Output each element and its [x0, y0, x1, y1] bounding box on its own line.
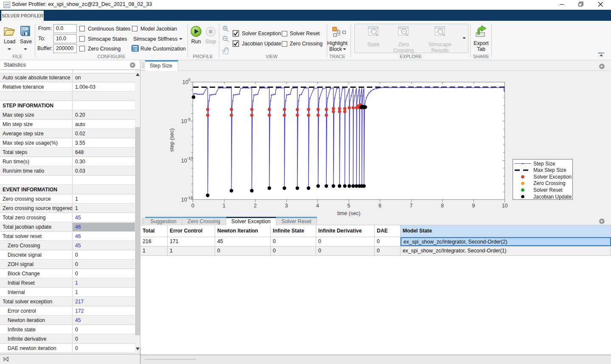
svg-text:3: 3: [285, 203, 288, 209]
svg-text:10: 10: [181, 197, 187, 203]
svg-text:Solver Exception: Solver Exception: [533, 174, 572, 180]
svg-text:0: 0: [188, 77, 191, 82]
svg-text:Max Step Size: Max Step Size: [533, 167, 566, 173]
svg-text:2: 2: [254, 203, 257, 209]
svg-text:4: 4: [316, 203, 319, 209]
svg-text:10: 10: [502, 203, 508, 209]
svg-text:Jacobian Update: Jacobian Update: [533, 194, 572, 200]
svg-text:10: 10: [181, 118, 187, 124]
svg-text:Step Size: Step Size: [533, 161, 555, 167]
svg-text:-5: -5: [187, 117, 191, 121]
svg-text:-10: -10: [187, 156, 193, 160]
svg-text:time (sec): time (sec): [337, 210, 361, 216]
svg-text:-15: -15: [187, 195, 193, 200]
svg-text:Solver Reset: Solver Reset: [533, 187, 563, 193]
svg-text:10: 10: [181, 158, 187, 164]
svg-text:Zero Crossing: Zero Crossing: [533, 180, 565, 186]
svg-text:10: 10: [182, 79, 188, 85]
svg-text:9: 9: [472, 203, 475, 209]
svg-text:7: 7: [410, 203, 413, 209]
svg-text:5: 5: [348, 203, 350, 209]
svg-text:0: 0: [191, 203, 194, 209]
svg-text:step (sec): step (sec): [169, 129, 175, 152]
svg-text:1: 1: [223, 203, 226, 209]
svg-text:6: 6: [378, 203, 381, 209]
svg-text:8: 8: [441, 203, 444, 209]
